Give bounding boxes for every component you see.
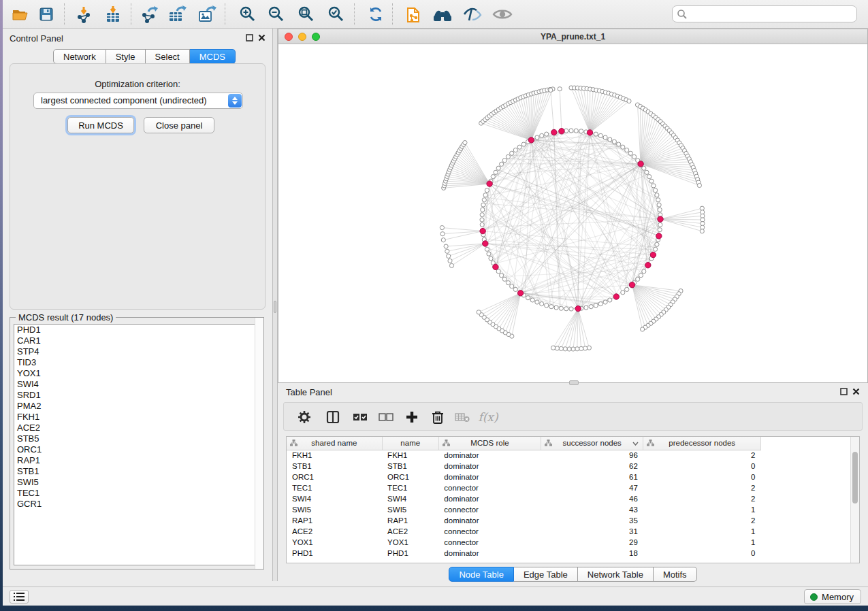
table-row[interactable]: RAP1RAP1dominator352 <box>287 515 761 526</box>
table-scrollbar-thumb[interactable] <box>852 452 858 503</box>
table-row[interactable]: ORC1ORC1dominator610 <box>287 472 761 482</box>
mcds-result-item[interactable]: SWI5 <box>14 477 259 488</box>
table-cell[interactable]: 61 <box>541 472 643 482</box>
table-cell[interactable]: 0 <box>643 472 761 482</box>
zoom-in-icon[interactable] <box>236 3 260 26</box>
table-scrollbar[interactable] <box>850 437 859 563</box>
table-cell[interactable]: RAP1 <box>287 515 382 526</box>
mcds-result-item[interactable]: RAP1 <box>14 455 259 466</box>
table-cell[interactable]: RAP1 <box>382 515 438 526</box>
vertical-splitter[interactable] <box>272 29 278 581</box>
task-history-button[interactable] <box>10 590 29 604</box>
export-table-icon[interactable] <box>165 3 189 26</box>
table-cell[interactable]: FKH1 <box>382 450 438 461</box>
open-folder-icon[interactable] <box>8 3 33 26</box>
table-cell[interactable]: connector <box>438 482 541 493</box>
network-window-titlebar[interactable]: YPA_prune.txt_1 <box>278 29 867 44</box>
vertical-splitter-handle[interactable] <box>274 301 276 313</box>
add-column-icon[interactable] <box>401 406 423 428</box>
mcds-result-item[interactable]: GCR1 <box>14 499 259 510</box>
table-cell[interactable]: 1 <box>643 537 761 548</box>
table-cell[interactable]: 2 <box>643 515 761 526</box>
mcds-result-item[interactable]: STP4 <box>14 346 259 357</box>
mcds-result-item[interactable]: SRD1 <box>14 390 259 401</box>
table-cell[interactable]: 2 <box>643 482 761 493</box>
table-cell[interactable]: 31 <box>541 526 643 537</box>
close-panel-icon[interactable] <box>258 34 266 42</box>
column-header-shared-name[interactable]: shared name <box>287 437 382 450</box>
mcds-result-item[interactable]: ACE2 <box>14 423 259 433</box>
column-header-predecessor-nodes[interactable]: predecessor nodes <box>643 437 761 450</box>
mcds-result-item[interactable]: TID3 <box>14 357 259 368</box>
save-icon[interactable] <box>34 3 59 26</box>
table-cell[interactable]: SWI4 <box>382 493 438 504</box>
table-cell[interactable]: 1 <box>643 504 761 515</box>
close-panel-icon[interactable] <box>852 388 860 395</box>
network-graph[interactable] <box>278 44 868 383</box>
mcds-result-list[interactable]: PHD1CAR1STP4TID3YOX1SWI4SRD1PMA2FKH1ACE2… <box>14 324 260 565</box>
zoom-fit-icon[interactable] <box>294 3 319 26</box>
table-cell[interactable]: 43 <box>541 504 643 515</box>
table-cell[interactable]: PHD1 <box>287 548 382 559</box>
table-cell[interactable]: connector <box>438 526 541 537</box>
deselect-all-icon[interactable] <box>375 406 397 428</box>
mcds-result-item[interactable]: SWI4 <box>14 379 259 390</box>
zoom-out-icon[interactable] <box>264 3 289 26</box>
mcds-result-item[interactable]: ORC1 <box>14 444 259 455</box>
table-cell[interactable]: 0 <box>643 548 761 559</box>
column-header-mcds-role[interactable]: MCDS role <box>438 437 541 450</box>
mcds-result-item[interactable]: STB5 <box>14 433 259 444</box>
export-network-icon[interactable] <box>138 3 162 26</box>
column-header-name[interactable]: name <box>382 437 438 450</box>
table-cell[interactable]: TEC1 <box>287 482 382 493</box>
zoom-selected-icon[interactable] <box>324 3 349 26</box>
table-row[interactable]: ACE2ACE2connector311 <box>287 526 761 537</box>
table-row[interactable]: FKH1FKH1dominator962 <box>287 450 761 461</box>
mcds-result-item[interactable]: FKH1 <box>14 412 259 423</box>
mcds-result-item[interactable]: TEC1 <box>14 488 259 499</box>
table-cell[interactable]: 0 <box>643 461 761 472</box>
binoculars-icon[interactable] <box>430 3 455 26</box>
table-cell[interactable]: STB1 <box>382 461 438 472</box>
table-cell[interactable]: TEC1 <box>382 482 438 493</box>
float-panel-icon[interactable] <box>840 388 848 395</box>
table-cell[interactable]: PHD1 <box>382 548 438 559</box>
table-cell[interactable]: 2 <box>643 493 761 504</box>
table-cell[interactable]: SWI5 <box>287 504 382 515</box>
table-cell[interactable]: 18 <box>541 548 643 559</box>
mcds-result-item[interactable]: STB1 <box>14 466 259 477</box>
search-input[interactable] <box>690 7 852 21</box>
table-settings-gear-icon[interactable] <box>293 406 315 428</box>
tab-network-table[interactable]: Network Table <box>578 567 654 582</box>
tab-select[interactable]: Select <box>146 49 190 64</box>
table-row[interactable]: SWI4SWI4dominator462 <box>287 493 761 504</box>
mcds-result-item[interactable]: CAR1 <box>14 335 259 346</box>
float-panel-icon[interactable] <box>246 34 253 42</box>
table-row[interactable]: TEC1TEC1connector472 <box>287 482 761 493</box>
table-cell[interactable]: 47 <box>541 482 643 493</box>
table-cell[interactable]: 29 <box>541 537 643 548</box>
criterion-dropdown[interactable]: largest connected component (undirected) <box>33 93 243 109</box>
share-document-icon[interactable] <box>402 3 426 26</box>
column-header-successor-nodes[interactable]: successor nodes <box>541 437 643 450</box>
select-all-icon[interactable] <box>349 406 371 428</box>
table-cell[interactable]: 62 <box>541 461 643 472</box>
table-cell[interactable]: dominator <box>438 515 541 526</box>
table-cell[interactable]: ACE2 <box>287 526 382 537</box>
table-cell[interactable]: 1 <box>643 526 761 537</box>
show-columns-icon[interactable] <box>322 406 344 428</box>
table-row[interactable]: PHD1PHD1dominator180 <box>287 548 761 559</box>
mcds-result-item[interactable]: PMA2 <box>14 401 259 412</box>
mcds-result-item[interactable]: YOX1 <box>14 368 259 379</box>
table-cell[interactable]: SWI5 <box>382 504 438 515</box>
table-cell[interactable]: connector <box>438 537 541 548</box>
table-cell[interactable]: 35 <box>541 515 643 526</box>
tab-node-table[interactable]: Node Table <box>449 567 514 582</box>
mcds-list-scrollbar[interactable] <box>255 318 263 569</box>
table-cell[interactable]: dominator <box>438 450 541 461</box>
tab-mcds[interactable]: MCDS <box>190 49 236 64</box>
import-network-icon[interactable] <box>72 3 97 26</box>
table-cell[interactable]: ACE2 <box>382 526 438 537</box>
table-cell[interactable]: ORC1 <box>287 472 382 482</box>
refresh-icon[interactable] <box>364 3 388 26</box>
